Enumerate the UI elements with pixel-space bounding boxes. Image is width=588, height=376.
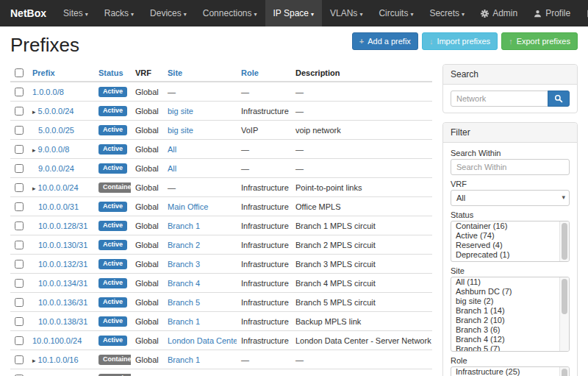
prefix-link[interactable]: 10.1.0.0/16 bbox=[38, 355, 79, 364]
prefix-link[interactable]: 10.0.0.134/31 bbox=[38, 279, 87, 288]
site-link[interactable]: All bbox=[168, 145, 176, 154]
sort-link-site[interactable]: Site bbox=[168, 68, 182, 77]
prefix-link[interactable]: 10.0.0.130/31 bbox=[38, 241, 87, 249]
nav-item-secrets[interactable]: Secrets▾ bbox=[421, 0, 473, 26]
nav-item-sites[interactable]: Sites▾ bbox=[55, 0, 96, 26]
listbox-option[interactable]: Branch 1 (14) bbox=[451, 306, 569, 316]
listbox-option[interactable]: Reserved (4) bbox=[451, 241, 569, 250]
nav-item-racks[interactable]: Racks▾ bbox=[96, 0, 142, 26]
row-checkbox[interactable] bbox=[15, 298, 24, 307]
nav-item-ip-space[interactable]: IP Space▾ bbox=[265, 0, 323, 26]
site-cell: Branch 1 bbox=[163, 350, 237, 369]
prefix-link[interactable]: 5.0.0.0/24 bbox=[38, 107, 74, 116]
prefix-cell: 10.0.0.138/31 bbox=[28, 312, 94, 331]
row-checkbox[interactable] bbox=[15, 260, 24, 269]
status-cell: Active bbox=[94, 159, 131, 178]
listbox-option[interactable]: All (11) bbox=[451, 277, 569, 287]
site-link[interactable]: big site bbox=[168, 126, 193, 135]
vrf-cell: Global bbox=[131, 178, 163, 197]
prefix-link[interactable]: 10.0.0.138/31 bbox=[38, 317, 87, 326]
scrollbar-thumb[interactable] bbox=[562, 369, 567, 376]
site-link[interactable]: Branch 1 bbox=[168, 221, 200, 230]
search-within-input[interactable] bbox=[451, 159, 570, 175]
search-input[interactable] bbox=[451, 91, 548, 107]
row-checkbox[interactable] bbox=[15, 355, 24, 364]
site-link[interactable]: Branch 4 bbox=[168, 279, 200, 288]
site-link[interactable]: London Data Center bbox=[168, 336, 237, 345]
checkbox-cell bbox=[10, 235, 28, 255]
prefix-link[interactable]: 1.0.0.0/8 bbox=[32, 88, 64, 96]
nav-item-log-out[interactable]: Log out bbox=[578, 0, 588, 26]
scrollbar[interactable] bbox=[559, 277, 569, 351]
role-listbox[interactable]: Infrastructure (25)Management (8)Private… bbox=[451, 366, 570, 376]
status-listbox[interactable]: Container (16)Active (74)Reserved (4)Dep… bbox=[451, 221, 570, 262]
export-prefixes-button[interactable]: ↑Export prefixes bbox=[501, 32, 578, 50]
vrf-select[interactable]: All▾ bbox=[451, 190, 570, 206]
listbox-option[interactable]: big site (2) bbox=[451, 297, 569, 306]
role-cell: Infrastructure bbox=[237, 369, 291, 376]
site-link[interactable]: Branch 2 bbox=[168, 241, 200, 249]
nav-item-devices[interactable]: Devices▾ bbox=[142, 0, 195, 26]
prefix-link[interactable]: 10.0.0.128/31 bbox=[38, 221, 87, 230]
select-all-checkbox[interactable] bbox=[15, 68, 24, 77]
prefix-link[interactable]: 10.0.0.136/31 bbox=[38, 298, 87, 307]
prefix-link[interactable]: 9.0.0.0/8 bbox=[38, 145, 70, 154]
row-checkbox[interactable] bbox=[15, 107, 24, 116]
vrf-cell: Global bbox=[131, 159, 163, 178]
nav-item-vlans[interactable]: VLANs▾ bbox=[322, 0, 370, 26]
site-listbox[interactable]: All (11)Ashburn DC (7)big site (2)Branch… bbox=[451, 277, 570, 352]
table-header-row: PrefixStatusVRFSiteRoleDescription bbox=[10, 64, 432, 82]
sort-link-prefix[interactable]: Prefix bbox=[32, 68, 55, 77]
sort-link-role[interactable]: Role bbox=[241, 68, 259, 77]
prefix-link[interactable]: 10.0.0.132/31 bbox=[38, 260, 87, 269]
prefix-link[interactable]: 10.0.0.0/31 bbox=[38, 202, 79, 211]
role-cell: Infrastructure bbox=[237, 178, 291, 197]
site-link[interactable]: Main Office bbox=[168, 202, 208, 211]
site-link[interactable]: Branch 3 bbox=[168, 260, 200, 269]
listbox-option[interactable]: Branch 4 (12) bbox=[451, 335, 569, 344]
row-checkbox[interactable] bbox=[15, 183, 24, 192]
site-link[interactable]: Branch 1 bbox=[168, 317, 200, 326]
scrollbar-thumb[interactable] bbox=[562, 279, 567, 314]
prefix-link[interactable]: 10.0.100.0/24 bbox=[32, 336, 82, 345]
row-checkbox[interactable] bbox=[15, 88, 24, 96]
nav-item-circuits[interactable]: Circuits▾ bbox=[370, 0, 421, 26]
nav-item-admin[interactable]: Admin bbox=[473, 0, 526, 26]
prefix-link[interactable]: 5.0.0.0/25 bbox=[38, 126, 74, 135]
listbox-option[interactable]: Container (16) bbox=[451, 221, 569, 231]
row-checkbox[interactable] bbox=[15, 241, 24, 249]
prefix-link[interactable]: 9.0.0.0/24 bbox=[38, 164, 74, 173]
nav-item-connections[interactable]: Connections▾ bbox=[195, 0, 265, 26]
app-logo[interactable]: NetBox bbox=[6, 0, 55, 26]
search-button[interactable] bbox=[548, 91, 570, 107]
scrollbar-thumb[interactable] bbox=[562, 223, 567, 260]
site-link[interactable]: Branch 1 bbox=[168, 355, 200, 364]
row-checkbox[interactable] bbox=[15, 317, 24, 326]
scrollbar[interactable] bbox=[559, 367, 569, 376]
search-panel: Search bbox=[442, 64, 578, 113]
row-checkbox[interactable] bbox=[15, 145, 24, 154]
listbox-option[interactable]: Ashburn DC (7) bbox=[451, 287, 569, 297]
row-checkbox[interactable] bbox=[15, 221, 24, 230]
listbox-option[interactable]: Deprecated (1) bbox=[451, 250, 569, 260]
row-checkbox[interactable] bbox=[15, 126, 24, 135]
listbox-option[interactable]: Branch 2 (10) bbox=[451, 316, 569, 325]
nav-item-profile[interactable]: Profile bbox=[526, 0, 578, 26]
site-link[interactable]: All bbox=[168, 164, 176, 173]
status-badge: Active bbox=[98, 336, 127, 346]
row-checkbox[interactable] bbox=[15, 279, 24, 288]
listbox-option[interactable]: Infrastructure (25) bbox=[451, 367, 569, 376]
sort-link-status[interactable]: Status bbox=[98, 68, 123, 77]
listbox-option[interactable]: Active (74) bbox=[451, 231, 569, 241]
row-checkbox[interactable] bbox=[15, 164, 24, 173]
row-checkbox[interactable] bbox=[15, 336, 24, 345]
listbox-option[interactable]: Branch 3 (6) bbox=[451, 325, 569, 335]
import-prefixes-button[interactable]: ↓Import prefixes bbox=[422, 32, 498, 50]
site-link[interactable]: Branch 5 bbox=[168, 298, 200, 307]
listbox-option[interactable]: Branch 5 (7) bbox=[451, 344, 569, 352]
prefix-link[interactable]: 10.0.0.0/24 bbox=[38, 183, 79, 192]
site-link[interactable]: big site bbox=[168, 107, 193, 116]
add-a-prefix-button[interactable]: +Add a prefix bbox=[352, 32, 418, 50]
row-checkbox[interactable] bbox=[15, 202, 24, 211]
scrollbar[interactable] bbox=[559, 221, 569, 261]
